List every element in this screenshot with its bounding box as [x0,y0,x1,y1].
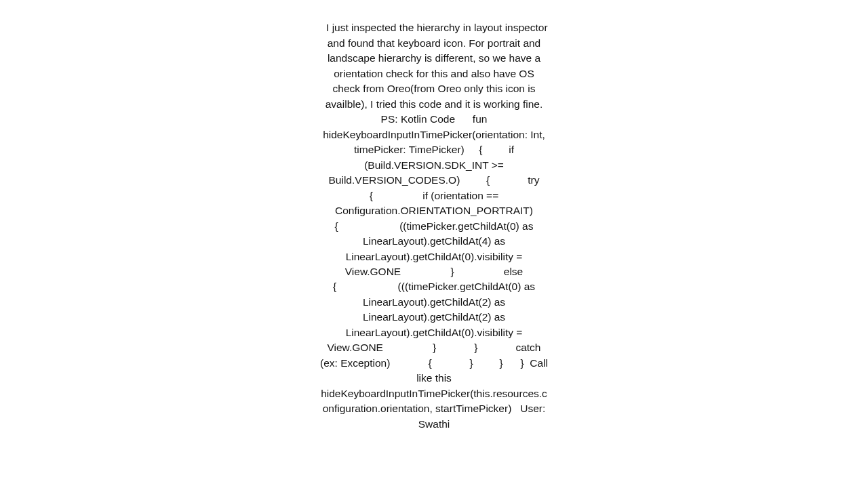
post-container: I just inspected the hierarchy in layout… [319,0,549,432]
post-body: I just inspected the hierarchy in layout… [320,22,583,429]
